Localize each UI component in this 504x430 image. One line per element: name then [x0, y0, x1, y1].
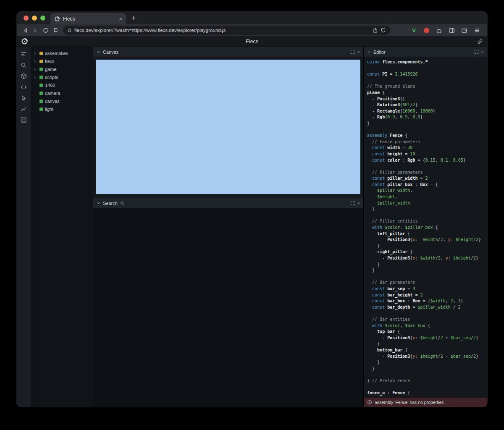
- center-column: Canvas × Search: [93, 47, 364, 407]
- collapse-chevron-icon[interactable]: [97, 201, 100, 205]
- entity-color-square: [39, 92, 43, 95]
- browser-window: Flecs × + flecs.dev/explorer/?wasm=https…: [17, 12, 487, 407]
- info-icon: [367, 400, 372, 405]
- code-line: const pillar_width = 2: [367, 176, 487, 182]
- code-line: $pillar_width: [367, 200, 487, 207]
- bookmark-icon[interactable]: [50, 26, 60, 34]
- code-line: const pillar_box : Box = {: [367, 182, 487, 188]
- code-line: - Position3{y: $height/2 + $bar_sep/2}: [367, 335, 487, 341]
- reload-button[interactable]: [40, 26, 50, 34]
- share-icon[interactable]: [373, 27, 378, 33]
- extension-red-icon[interactable]: [423, 27, 430, 34]
- tree-view-icon[interactable]: [19, 51, 29, 58]
- collapse-chevron-icon[interactable]: [367, 50, 371, 54]
- code-line: $pillar_width,: [367, 188, 487, 194]
- sidebar-toggle-icon[interactable]: [448, 27, 455, 34]
- code-line: }: [367, 366, 487, 372]
- menu-icon[interactable]: [473, 27, 480, 34]
- tree-item[interactable]: canvas: [31, 97, 93, 105]
- collapse-chevron-icon[interactable]: [97, 50, 100, 54]
- canvas-3d-view[interactable]: [96, 60, 360, 194]
- search-icon[interactable]: [19, 62, 29, 68]
- page-title: Flecs: [17, 39, 487, 45]
- code-line: const PI = 3.1415926: [367, 71, 487, 78]
- code-line: - Position3{x: $width/2, y: $height/2}: [367, 255, 487, 262]
- code-line: with $color, $bar_box {: [367, 323, 487, 329]
- entity-color-square: [39, 52, 43, 55]
- main-content: ›assemblies›flecs›game›scripts1460camera…: [17, 47, 487, 407]
- new-tab-button[interactable]: +: [131, 14, 136, 21]
- close-panel-icon[interactable]: ×: [357, 50, 360, 55]
- expand-chevron-icon[interactable]: ›: [34, 59, 37, 63]
- code-line: bottom_bar {: [367, 347, 487, 354]
- code-line: const height = 10: [367, 151, 487, 157]
- tree-item[interactable]: 1460: [31, 81, 93, 89]
- entity-color-square: [39, 76, 43, 79]
- back-button[interactable]: [20, 26, 30, 34]
- tree-item-label: 1460: [45, 83, 55, 88]
- code-line: fence_a : Fence {: [367, 390, 487, 396]
- flecs-logo: [21, 38, 28, 45]
- code-line: }: [367, 341, 487, 347]
- address-bar[interactable]: flecs.dev/explorer/?wasm=https://www.fle…: [63, 26, 390, 35]
- tree-item[interactable]: light: [31, 105, 93, 113]
- tree-item[interactable]: ›game: [31, 65, 93, 73]
- tree-item[interactable]: ›scripts: [31, 73, 93, 81]
- expand-panel-icon[interactable]: [350, 50, 355, 54]
- lock-icon: [67, 28, 72, 33]
- expand-chevron-icon[interactable]: ›: [34, 75, 37, 79]
- entity-tree: ›assemblies›flecs›game›scripts1460camera…: [31, 47, 93, 407]
- tree-item[interactable]: ›flecs: [31, 57, 93, 65]
- code-line: [367, 127, 487, 133]
- tab-title: Flecs: [63, 16, 116, 22]
- close-panel-icon[interactable]: ×: [481, 50, 484, 55]
- code-line: using flecs.components.*: [367, 59, 487, 66]
- forward-button[interactable]: [30, 26, 40, 34]
- expand-panel-icon[interactable]: [474, 50, 479, 54]
- search-panel-body: [93, 208, 363, 407]
- code-line: const bar_sep = 4: [367, 286, 487, 292]
- tree-item-label: flecs: [45, 59, 55, 64]
- tree-item[interactable]: ›assemblies: [31, 49, 93, 57]
- tree-item[interactable]: camera: [31, 89, 93, 97]
- tab-close-icon[interactable]: ×: [119, 16, 122, 21]
- cube-icon[interactable]: [19, 73, 29, 79]
- code-line: // Pillar entities: [367, 218, 487, 225]
- minimize-window-button[interactable]: [32, 16, 37, 21]
- entity-color-square: [39, 68, 43, 71]
- inspect-cursor-icon[interactable]: [19, 94, 29, 101]
- zoom-window-button[interactable]: [40, 16, 45, 21]
- close-window-button[interactable]: [24, 16, 29, 21]
- expand-chevron-icon[interactable]: ›: [34, 67, 37, 71]
- share-link-icon[interactable]: [477, 39, 483, 45]
- code-line: const bar_height = 2: [367, 292, 487, 299]
- tree-item-label: camera: [45, 91, 60, 96]
- error-bar: assembly 'Fence' has no properties: [364, 398, 487, 407]
- editor-column: Editor × using flecs.components.* const …: [364, 47, 487, 407]
- code-line: - Rotation3{$PI/2}: [367, 102, 487, 108]
- code-line: with $color, $pillar_box {: [367, 225, 487, 231]
- code-line: top_bar {: [367, 329, 487, 335]
- extensions-puzzle-icon[interactable]: [436, 27, 443, 34]
- chart-icon[interactable]: [19, 105, 29, 112]
- code-line: const width = 20: [367, 145, 487, 151]
- code-line: [367, 78, 487, 84]
- code-icon[interactable]: [19, 84, 29, 90]
- expand-chevron-icon[interactable]: ›: [34, 51, 37, 55]
- code-editor[interactable]: using flecs.components.* const PI = 3.14…: [364, 57, 487, 398]
- expand-panel-icon[interactable]: [350, 201, 355, 205]
- code-line: right_pillar {: [367, 249, 487, 255]
- canvas-panel-body: [93, 57, 363, 198]
- list-rows-icon[interactable]: [19, 116, 29, 123]
- entity-color-square: [39, 84, 43, 87]
- code-line: [367, 384, 487, 390]
- extension-v-icon[interactable]: V: [410, 27, 417, 34]
- tree-item-label: light: [45, 107, 53, 112]
- brave-shield-icon[interactable]: [381, 27, 386, 33]
- code-line: }: [367, 267, 487, 274]
- close-panel-icon[interactable]: ×: [357, 201, 360, 206]
- code-line: [367, 66, 487, 72]
- code-line: - Position3{x: -$width/2, y: $height/2}: [367, 237, 487, 243]
- wallet-icon[interactable]: [461, 27, 468, 34]
- browser-tab[interactable]: Flecs ×: [50, 13, 126, 24]
